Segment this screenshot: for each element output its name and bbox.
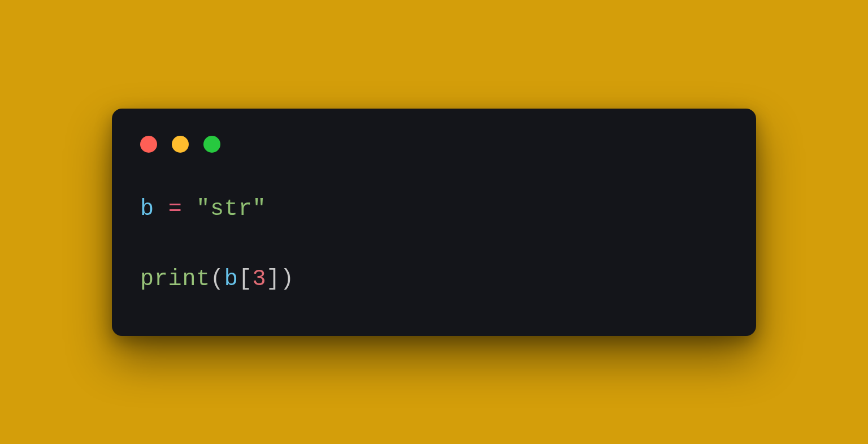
code-window: b = "str" print(b[3]) [112,109,756,336]
token-paren: ) [280,266,294,292]
code-line-2: print(b[3]) [140,262,728,296]
token-operator: = [168,196,183,222]
token-string: "str" [196,196,266,222]
code-content: b = "str" print(b[3]) [140,192,728,296]
token-variable: b [140,196,154,222]
traffic-lights [140,136,728,153]
code-line-1: b = "str" [140,192,728,226]
token-space [182,196,196,222]
token-function: print [140,266,210,292]
token-bracket: ] [266,266,280,292]
close-icon[interactable] [140,136,157,153]
maximize-icon[interactable] [203,136,220,153]
token-bracket: [ [238,266,253,292]
token-number: 3 [252,266,266,292]
token-paren: ( [210,266,224,292]
minimize-icon[interactable] [172,136,189,153]
token-variable: b [224,266,238,292]
token-space [154,196,168,222]
